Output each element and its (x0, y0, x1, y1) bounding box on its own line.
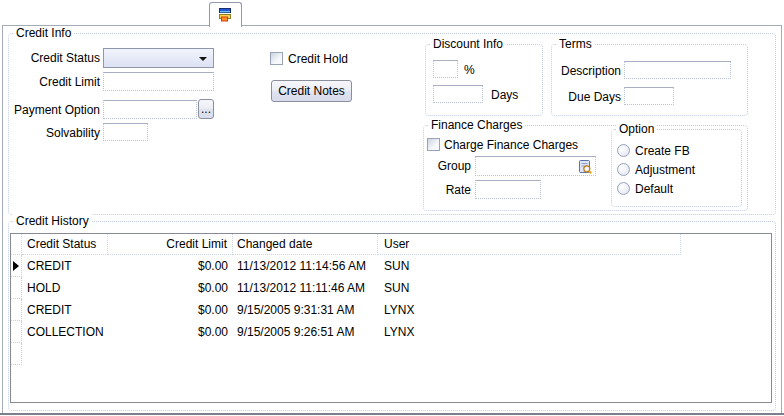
cell-credit-status: HOLD (22, 277, 108, 299)
cell-credit-limit: $0.00 (108, 277, 233, 299)
table-row[interactable]: COLLECTION$0.009/15/2005 9:26:51 AMLYNX (11, 321, 771, 343)
column-header-changed-date[interactable]: Changed date (233, 234, 378, 255)
option-radio-list: Create FBAdjustmentDefault (617, 141, 695, 198)
radio-button-icon[interactable] (617, 182, 630, 195)
terms-legend: Terms (556, 37, 595, 51)
table-empty-row (11, 343, 771, 365)
credit-history-legend: Credit History (13, 214, 92, 228)
terms-group: Terms (551, 44, 748, 116)
column-header-credit-limit[interactable]: Credit Limit (108, 234, 233, 255)
column-header-credit-status[interactable]: Credit Status (22, 234, 108, 255)
rate-input[interactable] (475, 180, 541, 199)
row-selector-cell[interactable] (11, 343, 22, 365)
cell-changed-date: 9/15/2005 9:31:31 AM (233, 299, 378, 321)
discount-days-input[interactable] (433, 85, 483, 103)
cell-credit-limit: $0.00 (108, 255, 233, 277)
due-days-label: Due Days (561, 90, 621, 104)
payment-option-browse-button[interactable]: ... (198, 99, 214, 119)
cell-changed-date: 9/15/2005 9:26:51 AM (233, 321, 378, 343)
row-selector-cell[interactable] (11, 255, 22, 277)
window-bottom-edge (0, 413, 784, 415)
table-header-row: Credit Status Credit Limit Changed date … (11, 234, 771, 255)
cell-user: SUN (378, 255, 681, 277)
cell-filler (681, 277, 771, 299)
radio-button-icon[interactable] (617, 163, 630, 176)
rate-label: Rate (431, 183, 471, 197)
credit-info-legend: Credit Info (13, 26, 74, 40)
table-row[interactable]: CREDIT$0.009/15/2005 9:31:31 AMLYNX (11, 299, 771, 321)
days-label: Days (491, 88, 518, 102)
credit-notes-button[interactable]: Credit Notes (271, 80, 352, 102)
credit-hold-checkbox[interactable] (270, 52, 283, 65)
chevron-down-icon (199, 57, 207, 61)
credit-history-table: Credit Status Credit Limit Changed date … (10, 233, 772, 403)
column-header-user[interactable]: User (378, 234, 681, 255)
cell-credit-status: CREDIT (22, 255, 108, 277)
payment-option-label: Payment Option (10, 103, 100, 117)
cell-user: SUN (378, 277, 681, 299)
cell-filler (681, 321, 771, 343)
cell-credit-limit: $0.00 (108, 299, 233, 321)
solvability-label: Solvability (10, 126, 100, 140)
description-input[interactable] (624, 61, 731, 79)
charge-finance-charges-label: Charge Finance Charges (444, 138, 578, 152)
radio-button-icon[interactable] (617, 144, 630, 157)
group-input[interactable] (475, 156, 596, 176)
tab-credit[interactable] (209, 2, 242, 27)
table-body: CREDIT$0.0011/13/2012 11:14:56 AMSUNHOLD… (11, 255, 771, 365)
charge-finance-charges-checkbox[interactable] (427, 138, 440, 151)
discount-percent-input[interactable] (433, 60, 458, 78)
table-row[interactable]: CREDIT$0.0011/13/2012 11:14:56 AMSUN (11, 255, 771, 277)
credit-status-dropdown[interactable] (103, 48, 214, 68)
radio-label: Default (635, 182, 673, 196)
finance-charges-legend: Finance Charges (428, 118, 525, 132)
row-selector-cell[interactable] (11, 321, 22, 343)
discount-info-legend: Discount Info (430, 37, 506, 51)
radio-option-adjustment[interactable]: Adjustment (617, 160, 695, 179)
group-label: Group (431, 159, 471, 173)
percent-label: % (464, 63, 475, 77)
cell-user: LYNX (378, 321, 681, 343)
payment-option-input[interactable] (103, 100, 197, 119)
credit-status-label: Credit Status (10, 51, 100, 65)
current-row-arrow-icon (13, 261, 19, 271)
option-legend: Option (616, 122, 657, 136)
due-days-input[interactable] (624, 87, 674, 105)
credit-hold-label: Credit Hold (288, 52, 348, 66)
radio-label: Adjustment (635, 163, 695, 177)
cell-credit-status: COLLECTION (22, 321, 108, 343)
solvability-input[interactable] (103, 123, 148, 141)
credit-limit-input[interactable] (103, 72, 214, 91)
row-selector-header (11, 234, 22, 255)
cell-changed-date: 11/13/2012 11:14:56 AM (233, 255, 378, 277)
cell-filler (681, 255, 771, 277)
description-label: Description (561, 64, 621, 78)
discount-info-group: Discount Info (425, 44, 543, 116)
credit-limit-label: Credit Limit (10, 75, 100, 89)
cell-user: LYNX (378, 299, 681, 321)
radio-option-default[interactable]: Default (617, 179, 695, 198)
cell-credit-status: CREDIT (22, 299, 108, 321)
cell-filler (681, 299, 771, 321)
row-selector-cell[interactable] (11, 277, 22, 299)
lookup-icon[interactable] (577, 159, 593, 178)
radio-option-create-fb[interactable]: Create FB (617, 141, 695, 160)
cell-credit-limit: $0.00 (108, 321, 233, 343)
column-header-filler (681, 234, 771, 255)
cell-changed-date: 11/13/2012 11:11:46 AM (233, 277, 378, 299)
radio-label: Create FB (635, 144, 690, 158)
row-selector-cell[interactable] (11, 299, 22, 321)
table-row[interactable]: HOLD$0.0011/13/2012 11:11:46 AMSUN (11, 277, 771, 299)
